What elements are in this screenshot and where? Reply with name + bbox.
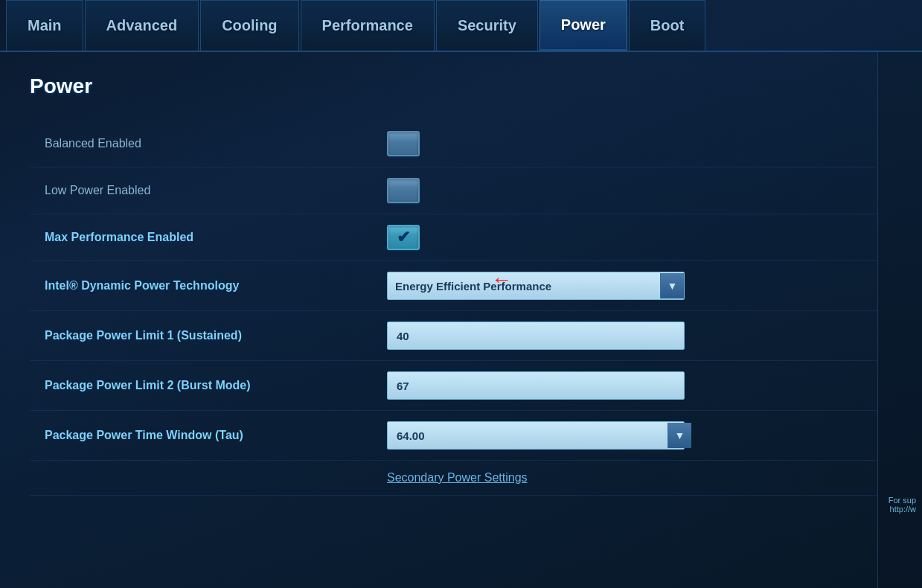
- ppl2-label: Package Power Limit 2 (Burst Mode): [30, 379, 387, 392]
- ppl2-input[interactable]: [387, 371, 685, 400]
- setting-row-ppl1: Package Power Limit 1 (Sustained): [30, 311, 892, 361]
- intel-dynamic-control: Energy Efficient Performance ▼: [387, 272, 892, 300]
- setting-row-low-power: Low Power Enabled ✔: [30, 167, 892, 214]
- tab-bar: Main Advanced Cooling Performance Securi…: [0, 0, 922, 52]
- intel-dynamic-arrow: ▼: [660, 273, 684, 298]
- for-sup-label: For sup: [889, 496, 916, 505]
- low-power-checkbox[interactable]: ✔: [387, 178, 420, 203]
- tab-security[interactable]: Security: [436, 0, 538, 51]
- low-power-label: Low Power Enabled: [30, 184, 387, 197]
- max-performance-checkbox[interactable]: ✔: [387, 225, 420, 250]
- secondary-power-settings-link[interactable]: Secondary Power Settings: [387, 471, 528, 485]
- tau-arrow: ▼: [668, 423, 691, 448]
- setting-row-tau: Package Power Time Window (Tau) 64.00 ▼: [30, 411, 892, 461]
- tab-advanced[interactable]: Advanced: [85, 0, 199, 51]
- secondary-control: Secondary Power Settings: [387, 471, 892, 485]
- tau-dropdown[interactable]: 64.00 ▼: [387, 421, 685, 450]
- setting-row-max-performance: Max Performance Enabled ✔: [30, 214, 892, 261]
- max-performance-label: Max Performance Enabled: [30, 231, 387, 244]
- dropdown-arrow-icon: ▼: [668, 280, 678, 292]
- settings-area: Balanced Enabled ✔ Low Power Enabled ✔ M…: [30, 121, 892, 496]
- intel-dynamic-label: Intel® Dynamic Power Technology: [30, 279, 387, 293]
- ppl1-control: [387, 322, 892, 350]
- balanced-label: Balanced Enabled: [30, 137, 387, 150]
- max-performance-checkmark: ✔: [397, 228, 410, 247]
- tab-performance[interactable]: Performance: [301, 0, 435, 51]
- tab-cooling[interactable]: Cooling: [200, 0, 298, 51]
- setting-row-intel-dynamic: Intel® Dynamic Power Technology Energy E…: [30, 261, 892, 311]
- intel-dynamic-value: Energy Efficient Performance: [395, 280, 551, 293]
- tau-control: 64.00 ▼: [387, 421, 892, 450]
- for-support-text: For sup http://w: [889, 496, 916, 514]
- balanced-checkbox[interactable]: ✔: [387, 131, 420, 156]
- main-content: Power Balanced Enabled ✔ Low Power Enabl…: [0, 52, 922, 518]
- ppl1-label: Package Power Limit 1 (Sustained): [30, 329, 387, 342]
- setting-row-secondary: Secondary Power Settings: [30, 461, 892, 496]
- url-label[interactable]: http://w: [889, 505, 916, 514]
- page-title: Power: [30, 74, 892, 98]
- tau-label: Package Power Time Window (Tau): [30, 429, 387, 442]
- tau-arrow-icon: ▼: [675, 429, 685, 441]
- ppl1-input[interactable]: [387, 322, 685, 350]
- tab-main[interactable]: Main: [6, 0, 83, 51]
- setting-row-balanced: Balanced Enabled ✔: [30, 121, 892, 167]
- tau-value: 64.00: [397, 429, 425, 442]
- balanced-control: ✔: [387, 131, 892, 156]
- low-power-control: ✔: [387, 178, 892, 203]
- setting-row-ppl2: Package Power Limit 2 (Burst Mode): [30, 361, 892, 411]
- intel-dynamic-dropdown[interactable]: Energy Efficient Performance ▼: [387, 272, 685, 300]
- max-performance-control: ✔: [387, 225, 892, 250]
- ppl2-control: [387, 371, 892, 400]
- tab-power[interactable]: Power: [540, 0, 627, 51]
- tab-boot[interactable]: Boot: [629, 0, 706, 51]
